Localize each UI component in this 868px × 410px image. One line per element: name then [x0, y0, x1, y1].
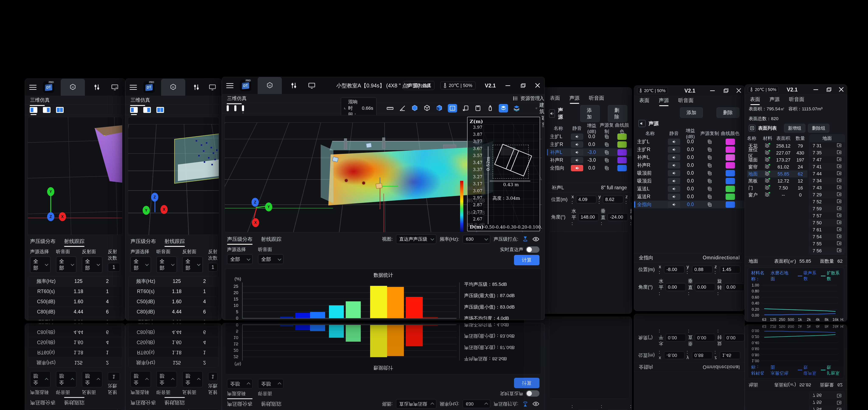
- surface-row[interactable]: 窗帘61.0224: [747, 163, 807, 170]
- copy-source-icon[interactable]: [699, 170, 721, 176]
- maximize-button[interactable]: [826, 87, 831, 92]
- layout-toggle-2[interactable]: [43, 107, 51, 113]
- group-item[interactable]: 7 55: [810, 240, 845, 247]
- tab-3d-simulation[interactable]: 三维仿真: [30, 96, 50, 104]
- tab-3d-simulation[interactable]: 三维仿真: [130, 96, 151, 104]
- copy-source-icon[interactable]: [699, 194, 721, 199]
- close-button[interactable]: [535, 83, 540, 88]
- open-folder-icon[interactable]: [837, 164, 842, 170]
- field-z[interactable]: 1.45: [720, 266, 740, 273]
- curve-color-chip[interactable]: [725, 162, 735, 168]
- frequency-select[interactable]: 630: [463, 235, 490, 244]
- curve-color-chip[interactable]: [617, 149, 627, 156]
- field-x[interactable]: -8.00: [664, 266, 684, 273]
- tab-surfaces[interactable]: 表面: [749, 95, 761, 103]
- field-y[interactable]: 8.62: [603, 196, 623, 203]
- tab-3d-view[interactable]: 3D: [258, 77, 282, 94]
- mute-off-icon[interactable]: [571, 141, 583, 148]
- settings-sliders-icon[interactable]: [288, 80, 300, 91]
- curve-color-chip[interactable]: [725, 193, 735, 200]
- surface-row[interactable]: 黑板12.7212: [747, 178, 807, 184]
- group-item[interactable]: 7 52: [810, 198, 845, 205]
- field-y[interactable]: 0.88: [692, 266, 712, 273]
- group-item[interactable]: 7 44: [810, 170, 845, 177]
- field-z[interactable]: 3.25: [630, 196, 632, 203]
- add-button[interactable]: 添加: [580, 105, 600, 122]
- curve-color-chip[interactable]: [725, 170, 735, 176]
- group-item[interactable]: 7 29: [810, 191, 845, 198]
- copy-source-icon[interactable]: [699, 155, 721, 160]
- open-folder-icon[interactable]: [837, 220, 842, 226]
- curve-color-chip[interactable]: [725, 138, 735, 145]
- display-monitor-icon[interactable]: [306, 80, 317, 91]
- copy-source-icon[interactable]: [699, 147, 721, 152]
- filter-select[interactable]: 全部: [30, 257, 51, 273]
- source-row[interactable]: 主扩L0.0: [634, 138, 744, 146]
- display-monitor-icon[interactable]: N: [109, 82, 121, 93]
- group-item[interactable]: 7 35: [810, 149, 845, 156]
- tab-3d-view[interactable]: 3D: [61, 79, 85, 96]
- tab-spl-distribution[interactable]: 声压级分布: [130, 238, 156, 245]
- source-row[interactable]: 返送R0.0: [634, 193, 744, 200]
- calculate-button[interactable]: 计算: [514, 255, 539, 265]
- view-select[interactable]: 直达声声压级: [396, 234, 436, 244]
- filter-count-field[interactable]: 1: [108, 263, 120, 272]
- tab-ray-tracing[interactable]: 射线跟踪: [261, 236, 281, 243]
- maximize-button[interactable]: [723, 88, 728, 93]
- open-folder-icon[interactable]: [837, 234, 842, 240]
- add-button[interactable]: 添加: [680, 107, 703, 118]
- close-button[interactable]: [838, 87, 844, 92]
- layers-icon[interactable]: [513, 104, 520, 112]
- source-row[interactable]: 吸顶前0.0: [634, 169, 744, 177]
- open-folder-icon[interactable]: [837, 150, 842, 156]
- delete-group-button[interactable]: 删除组: [808, 124, 829, 133]
- open-folder-icon[interactable]: [837, 206, 842, 212]
- viewport-3d[interactable]: Y Z X: [28, 117, 122, 235]
- field-h[interactable]: 0.00: [665, 283, 686, 291]
- filter-select[interactable]: 全部: [130, 257, 151, 273]
- tab-sources[interactable]: 声源: [658, 97, 670, 104]
- layout-toggle-2[interactable]: [234, 105, 237, 111]
- speaker-box[interactable]: [366, 143, 372, 148]
- open-folder-icon[interactable]: [837, 178, 842, 184]
- curve-color-chip[interactable]: [617, 141, 627, 148]
- mute-off-icon[interactable]: [571, 133, 583, 140]
- tab-sources[interactable]: 声源: [568, 94, 581, 102]
- group-item[interactable]: 7 59: [810, 205, 845, 212]
- settings-sliders-icon[interactable]: [192, 82, 202, 93]
- spray-icon[interactable]: [487, 104, 494, 112]
- menu-icon[interactable]: [226, 83, 234, 88]
- curve-color-chip[interactable]: [725, 154, 735, 161]
- filter-select[interactable]: 全部: [56, 257, 76, 273]
- environment-chip[interactable]: 20℃ | 50%: [637, 87, 668, 94]
- mute-off-icon[interactable]: [571, 149, 583, 156]
- minimize-button[interactable]: [710, 88, 715, 93]
- source-row[interactable]: 吸顶后0.0: [634, 177, 744, 185]
- mute-off-icon[interactable]: [668, 154, 680, 161]
- source-row[interactable]: 补声L0.0: [634, 153, 744, 161]
- open-folder-icon[interactable]: [837, 143, 842, 149]
- selected-source-gizmo[interactable]: [371, 178, 405, 214]
- ruler-icon[interactable]: [386, 104, 394, 112]
- field-r[interactable]: 0.00: [724, 283, 744, 291]
- filter-select[interactable]: 全部: [182, 257, 203, 273]
- realtime-toggle[interactable]: [526, 246, 539, 253]
- curve-color-chip[interactable]: [725, 147, 735, 153]
- field-x[interactable]: 4.09: [576, 196, 596, 203]
- tab-listening[interactable]: 听音面: [588, 94, 605, 102]
- layout-toggle-3[interactable]: [242, 105, 244, 111]
- open-folder-icon[interactable]: [837, 199, 842, 205]
- point-source[interactable]: [345, 179, 348, 182]
- settings-sliders-icon[interactable]: [91, 82, 103, 93]
- mute-off-icon[interactable]: [668, 162, 680, 168]
- curve-color-chip[interactable]: [617, 157, 627, 163]
- group-item[interactable]: 7 47: [810, 156, 845, 163]
- environment-chip[interactable]: 20℃ | 50%: [440, 82, 475, 90]
- copy-source-icon[interactable]: [599, 142, 614, 147]
- copy-source-icon[interactable]: [599, 157, 614, 163]
- copy-source-icon[interactable]: [699, 163, 721, 168]
- layout-toggle-1[interactable]: [30, 107, 37, 113]
- listen-select[interactable]: 全部: [258, 254, 283, 264]
- tab-listening[interactable]: 听音面: [788, 95, 805, 103]
- copy-source-icon[interactable]: [699, 186, 721, 192]
